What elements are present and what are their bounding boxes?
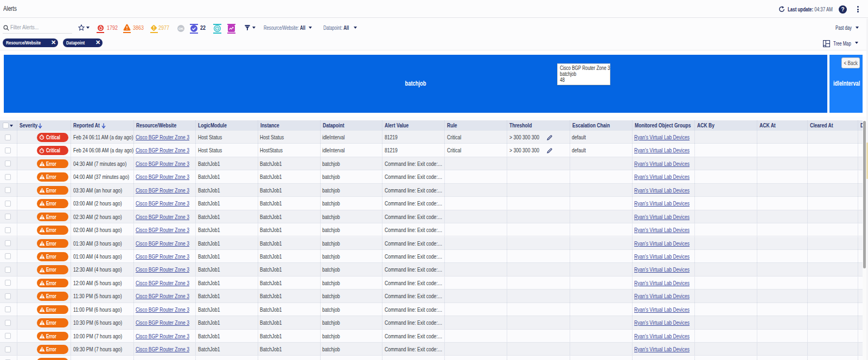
svg-text:OK: OK xyxy=(178,27,184,30)
